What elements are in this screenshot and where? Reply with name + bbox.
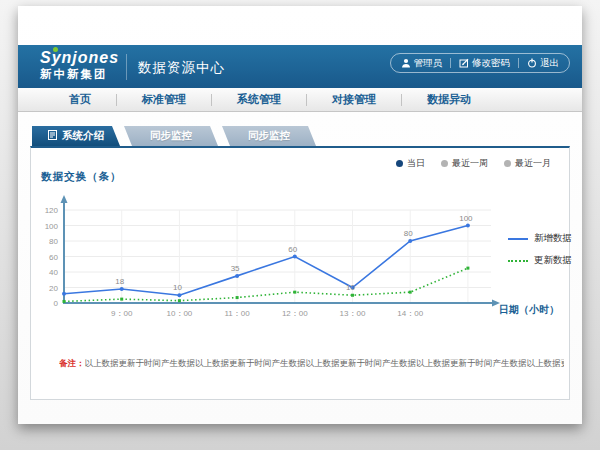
- radio-selected-icon: [396, 160, 403, 167]
- screen: Synjones 新中新集团 数据资源中心 管理员 修改密码: [0, 0, 600, 450]
- legend-label: 新增数据: [534, 232, 572, 245]
- svg-text:14：00: 14：00: [397, 309, 423, 318]
- logo-leaf-icon: [53, 47, 58, 52]
- power-icon: [527, 58, 537, 68]
- svg-text:100: 100: [459, 214, 473, 223]
- nav-item-standard-mgmt[interactable]: 标准管理: [117, 92, 211, 107]
- legend-item-new-data[interactable]: 新增数据: [508, 232, 572, 245]
- form-icon: [48, 130, 57, 142]
- range-selector: 当日 最近一周 最近一月: [396, 157, 551, 170]
- app-title: 数据资源中心: [138, 45, 225, 88]
- edit-icon: [459, 58, 469, 68]
- radio-label: 最近一月: [515, 157, 551, 170]
- header-divider: [126, 54, 127, 80]
- svg-text:11：00: 11：00: [224, 309, 250, 318]
- nav-item-home[interactable]: 首页: [44, 92, 116, 107]
- tab-label: 系统介绍: [62, 129, 104, 143]
- line-chart: 0204060801001209：0010：0011：0012：0013：001…: [31, 192, 531, 328]
- x-axis-title: 日期（小时）: [499, 303, 559, 317]
- tab-label: 同步监控: [150, 129, 192, 143]
- svg-text:10: 10: [346, 283, 355, 292]
- nav-item-data-change[interactable]: 数据异动: [402, 92, 496, 107]
- svg-text:120: 120: [45, 206, 59, 215]
- legend-item-updated-data[interactable]: 更新数据: [508, 254, 572, 267]
- app-header: Synjones 新中新集团 数据资源中心 管理员 修改密码: [18, 45, 582, 88]
- svg-text:35: 35: [231, 264, 240, 273]
- logo-text-cn: 新中新集团: [40, 67, 119, 81]
- pill-separator: [450, 58, 451, 68]
- dotted-line-icon: [508, 260, 528, 262]
- radio-last-week[interactable]: 最近一周: [441, 157, 488, 170]
- page-card: Synjones 新中新集团 数据资源中心 管理员 修改密码: [18, 6, 582, 424]
- radio-unselected-icon: [441, 160, 448, 167]
- svg-text:100: 100: [45, 222, 59, 231]
- radio-label: 当日: [407, 157, 425, 170]
- footnote-text: 以上数据更新于时间产生数据以上数据更新于时间产生数据以上数据更新于时间产生数据以…: [85, 358, 565, 368]
- solid-line-icon: [508, 238, 528, 240]
- chart-panel: 当日 最近一周 最近一月 数据交换（条） 0204060801001209：00…: [30, 146, 570, 400]
- tab-bar: 系统介绍 同步监控 同步监控: [32, 126, 316, 146]
- series-legend: 新增数据 更新数据: [508, 232, 572, 267]
- svg-text:80: 80: [49, 237, 58, 246]
- user-label: 管理员: [414, 57, 443, 70]
- logout-label: 退出: [540, 57, 559, 70]
- radio-unselected-icon: [504, 160, 511, 167]
- tab-label: 同步监控: [248, 129, 290, 143]
- company-logo: Synjones 新中新集团: [40, 49, 119, 81]
- main-nav: 首页 标准管理 系统管理 对接管理 数据异动: [18, 88, 582, 112]
- svg-text:60: 60: [49, 253, 58, 262]
- footnote-prefix: 备注：: [59, 358, 85, 368]
- logout-button[interactable]: 退出: [527, 57, 559, 70]
- tab-sync-monitor-2[interactable]: 同步监控: [222, 126, 316, 146]
- svg-text:12：00: 12：00: [282, 309, 308, 318]
- svg-text:13：00: 13：00: [340, 309, 366, 318]
- svg-text:80: 80: [404, 229, 413, 238]
- nav-item-interface-mgmt[interactable]: 对接管理: [307, 92, 401, 107]
- footnote: 备注：以上数据更新于时间产生数据以上数据更新于时间产生数据以上数据更新于时间产生…: [59, 358, 564, 370]
- svg-text:0: 0: [54, 299, 59, 308]
- user-icon: [401, 58, 411, 68]
- change-password-button[interactable]: 修改密码: [459, 57, 510, 70]
- logo-text-en: Synjones: [40, 49, 119, 67]
- svg-text:40: 40: [49, 268, 58, 277]
- svg-text:10：00: 10：00: [167, 309, 193, 318]
- legend-label: 更新数据: [534, 254, 572, 267]
- radio-label: 最近一周: [452, 157, 488, 170]
- user-menu-button[interactable]: 管理员: [401, 57, 443, 70]
- tab-system-intro[interactable]: 系统介绍: [32, 126, 120, 146]
- nav-item-system-mgmt[interactable]: 系统管理: [212, 92, 306, 107]
- y-axis-title: 数据交换（条）: [41, 170, 122, 184]
- svg-text:20: 20: [49, 284, 58, 293]
- user-toolbar: 管理员 修改密码 退出: [390, 53, 571, 73]
- svg-text:10: 10: [173, 283, 182, 292]
- svg-text:9：00: 9：00: [111, 309, 133, 318]
- svg-text:60: 60: [288, 245, 297, 254]
- tab-sync-monitor-1[interactable]: 同步监控: [124, 126, 218, 146]
- radio-today[interactable]: 当日: [396, 157, 425, 170]
- change-password-label: 修改密码: [472, 57, 510, 70]
- radio-last-month[interactable]: 最近一月: [504, 157, 551, 170]
- pill-separator: [518, 58, 519, 68]
- svg-text:18: 18: [115, 277, 124, 286]
